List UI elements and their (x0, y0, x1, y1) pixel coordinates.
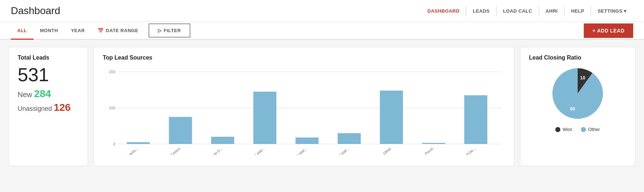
svg-text:Porch: Porch (424, 147, 434, 155)
total-leads-card: Total Leads 531 New 284 Unassigned 126 (9, 47, 88, 166)
total-leads-title: Total Leads (18, 54, 79, 61)
svg-text:10: 10 (580, 75, 585, 80)
legend-item-won: Won (555, 127, 572, 132)
pie-chart-title: Lead Closing Ratio (529, 54, 626, 61)
toolbar: ALL MONTH YEAR 📅 DATE RANGE ▷ FILTER + A… (0, 22, 644, 40)
tab-month[interactable]: MONTH (34, 22, 65, 39)
total-leads-number: 531 (18, 65, 79, 85)
nav-leads[interactable]: LEADS (466, 6, 497, 16)
svg-text:Advertis...: Advertis... (124, 147, 139, 155)
unassigned-leads-row: Unassigned 126 (18, 102, 79, 113)
tab-all[interactable]: ALL (11, 22, 34, 39)
pie-chart-card: Lead Closing Ratio 1090 Won Other (520, 47, 635, 166)
main-content: Total Leads 531 New 284 Unassigned 126 T… (0, 40, 644, 173)
other-label: Other (588, 127, 600, 132)
svg-text:0: 0 (113, 142, 115, 146)
svg-text:Costco: Costco (170, 147, 181, 155)
svg-rect-6 (127, 142, 150, 144)
bar-chart-title: Top Lead Sources (103, 54, 505, 61)
add-lead-button[interactable]: + ADD LEAD (584, 23, 633, 38)
pie-chart-svg: 1090 (549, 65, 606, 122)
tab-filter[interactable]: ▷ FILTER (149, 23, 190, 38)
svg-text:100: 100 (109, 106, 115, 110)
svg-text:Other: Other (383, 147, 392, 155)
svg-text:Home D...: Home D... (208, 147, 223, 155)
bar-chart-container: 0100200Advertis...CostcoHome D...LnxLead… (103, 65, 505, 158)
pie-container: 1090 Won Other (529, 65, 626, 132)
svg-rect-22 (464, 95, 488, 144)
filter-icon: ▷ (158, 28, 162, 33)
page-title: Dashboard (11, 5, 60, 17)
nav-dashboard[interactable]: DASHBOARD (421, 6, 466, 16)
svg-rect-16 (338, 133, 361, 144)
legend-item-other: Other (581, 127, 600, 132)
svg-text:LnxLead...: LnxLead... (250, 147, 265, 155)
tab-date-range[interactable]: 📅 DATE RANGE (91, 22, 145, 39)
bar-chart-svg: 0100200Advertis...CostcoHome D...LnxLead… (103, 65, 505, 155)
won-dot (555, 127, 560, 132)
svg-text:90: 90 (570, 106, 575, 112)
nav-help[interactable]: HELP (565, 6, 591, 16)
new-leads-row: New 284 (18, 88, 79, 100)
svg-rect-18 (380, 91, 403, 144)
svg-text:200: 200 (109, 70, 115, 74)
new-leads-value: 284 (34, 88, 51, 99)
svg-rect-10 (211, 137, 234, 144)
svg-rect-8 (169, 117, 192, 144)
other-dot (581, 127, 586, 132)
main-nav: DASHBOARD LEADS LOAD CALC AHRI HELP SETT… (421, 6, 633, 16)
nav-load-calc[interactable]: LOAD CALC (497, 6, 539, 16)
pie-legend: Won Other (555, 127, 600, 132)
bar-chart-card: Top Lead Sources 0100200Advertis...Costc… (94, 47, 514, 166)
header: Dashboard DASHBOARD LEADS LOAD CALC AHRI… (0, 0, 644, 22)
svg-rect-20 (422, 143, 445, 144)
unassigned-leads-value: 126 (54, 102, 71, 113)
svg-rect-12 (253, 92, 277, 144)
svg-rect-14 (296, 138, 319, 144)
calendar-icon: 📅 (98, 28, 104, 33)
svg-text:LnxLead...: LnxLead... (334, 147, 350, 155)
svg-text:Self-Ge...: Self-Ge... (462, 147, 476, 155)
tab-year[interactable]: YEAR (65, 22, 91, 39)
nav-ahri[interactable]: AHRI (539, 6, 565, 16)
nav-settings[interactable]: SETTINGS ▾ (591, 6, 633, 16)
won-label: Won (563, 127, 572, 132)
svg-text:LnxLead...: LnxLead... (292, 147, 308, 155)
